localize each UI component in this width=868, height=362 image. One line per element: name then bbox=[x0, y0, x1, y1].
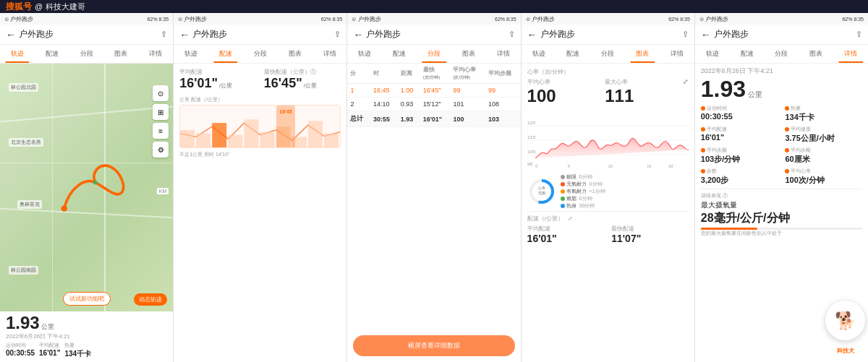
tab-detail-4[interactable]: 详情 bbox=[660, 45, 694, 63]
detail-dist-unit: 公里 bbox=[748, 90, 762, 100]
tab-detail-3[interactable]: 详情 bbox=[486, 45, 521, 63]
tab-seg-1[interactable]: 分段 bbox=[69, 45, 104, 63]
pace-section-hr: 配速（/公里） ⤢ 平均配速 16'01" 最快配速 11'07" bbox=[527, 211, 689, 245]
tab-track-5[interactable]: 轨迹 bbox=[695, 45, 730, 63]
expand-icon[interactable]: ⤢ bbox=[683, 78, 689, 107]
hr-chart: 120 110 100 90 0 5 bbox=[527, 111, 689, 169]
max-hr-stat: 最大心率 111 bbox=[605, 78, 676, 107]
dot-cal bbox=[785, 106, 789, 111]
location-btn[interactable]: ⊙ bbox=[153, 85, 169, 101]
tab-pace-2[interactable]: 配速 bbox=[208, 45, 243, 63]
avg-pace-unit: /公里 bbox=[219, 82, 232, 90]
hr-zone-fat: 燃脂 0分钟 bbox=[561, 195, 605, 202]
share-icon-1[interactable]: ⇪ bbox=[161, 30, 167, 39]
pace-expand-icon[interactable]: ⤢ bbox=[568, 215, 573, 222]
svg-text:110: 110 bbox=[527, 134, 536, 139]
stat-cal-1: 热量 134千卡 bbox=[64, 342, 91, 359]
zone-val-warmup: 30分钟 bbox=[579, 202, 595, 210]
dot-cadence bbox=[701, 148, 705, 152]
detail-hr: 平均心率 100次/分钟 bbox=[785, 168, 862, 186]
new-feature-btn[interactable]: 试试新功能吧 bbox=[63, 292, 111, 306]
settings-btn[interactable]: ⚙ bbox=[153, 142, 169, 158]
status-bar-3: ⊙ 户外跑步 62% 8:35 bbox=[347, 13, 520, 25]
watermark-at: @ bbox=[35, 2, 43, 11]
detail-steps-val: 3,200步 bbox=[701, 175, 778, 186]
back-btn-3[interactable]: ← bbox=[353, 29, 363, 40]
back-btn-5[interactable]: ← bbox=[701, 29, 711, 40]
share-icon-2[interactable]: ⇪ bbox=[334, 30, 341, 39]
tab-detail-2[interactable]: 详情 bbox=[312, 45, 347, 63]
svg-rect-10 bbox=[308, 121, 323, 147]
pace-highlight: 16'45 bbox=[279, 109, 292, 114]
hr-title: 心率（次/分钟） bbox=[527, 68, 689, 76]
dynamic-track-btn[interactable]: 动态轨迹 bbox=[134, 293, 167, 306]
detail-hr-val: 100次/分钟 bbox=[785, 175, 862, 186]
map-label-1: 林公园北园 bbox=[9, 83, 38, 92]
horizontal-btn[interactable]: 横屏查看详细数据 bbox=[353, 335, 514, 356]
tab-seg-4[interactable]: 分段 bbox=[590, 45, 625, 63]
tab-track-3[interactable]: 轨迹 bbox=[347, 45, 382, 63]
watermark-bar: 搜狐号 @ 科技大建哥 bbox=[0, 0, 868, 13]
tab-pace-5[interactable]: 配速 bbox=[730, 45, 765, 63]
dot-steps bbox=[701, 169, 705, 173]
tab-track-1[interactable]: 轨迹 bbox=[0, 45, 35, 63]
panel-segments: ⊙ 户外跑步 62% 8:35 ← 户外跑步 ⇪ 轨迹 配速 分段 图表 详情 … bbox=[347, 13, 521, 362]
tab-pace-1[interactable]: 配速 bbox=[35, 45, 69, 63]
avg-pace-value: 16'01" bbox=[179, 76, 218, 92]
tab-detail-5[interactable]: 详情 bbox=[833, 45, 868, 63]
tab-seg-3[interactable]: 分段 bbox=[417, 45, 451, 63]
dot-hr bbox=[785, 169, 789, 173]
back-btn-1[interactable]: ← bbox=[6, 29, 16, 40]
tab-chart-1[interactable]: 图表 bbox=[104, 45, 139, 63]
share-icon-4[interactable]: ⇪ bbox=[682, 30, 689, 39]
tab-pace-3[interactable]: 配速 bbox=[382, 45, 417, 63]
tab-chart-5[interactable]: 图表 bbox=[799, 45, 833, 63]
tab-track-2[interactable]: 轨迹 bbox=[174, 45, 208, 63]
app-header-3: ← 户外跑步 ⇪ bbox=[347, 25, 520, 45]
tab-seg-2[interactable]: 分段 bbox=[243, 45, 278, 63]
app-header-4: ← 户外跑步 ⇪ bbox=[522, 25, 694, 45]
svg-rect-5 bbox=[229, 134, 243, 147]
pace-note: 不足1公里 用时 14'10" bbox=[179, 151, 341, 158]
status-right-2: 62% 8:35 bbox=[321, 17, 343, 22]
max-pace-stat: 最快配速（公里）① 16'45" /公里 bbox=[264, 68, 341, 92]
pace-chart: 16'45 bbox=[179, 105, 341, 148]
tab-bar-2: 轨迹 配速 分段 图表 详情 bbox=[174, 45, 346, 64]
svg-rect-4 bbox=[212, 123, 226, 147]
back-btn-2[interactable]: ← bbox=[179, 29, 190, 40]
svg-rect-7 bbox=[260, 132, 275, 147]
zone-label-anaerobic: 无氧耐力 bbox=[566, 181, 587, 188]
tab-chart-4[interactable]: 图表 bbox=[625, 45, 660, 63]
hr-zones: 极限 0分钟 无氧耐力 0分钟 有氧耐力 <1分钟 bbox=[561, 173, 605, 210]
svg-text:90: 90 bbox=[527, 161, 533, 166]
map-type-btn[interactable]: ⊞ bbox=[153, 104, 169, 120]
main-content: ⊙ 户外跑步 62% 8:35 ← 户外跑步 ⇪ 轨迹 配速 分段 图表 详情 bbox=[0, 13, 868, 362]
status-bar-2: ⊙ 户外跑步 62% 8:35 bbox=[174, 13, 346, 25]
tab-chart-2[interactable]: 图表 bbox=[278, 45, 312, 63]
detail-speed-val: 3.75公里/小时 bbox=[785, 133, 862, 144]
svg-point-1 bbox=[93, 180, 98, 184]
tab-seg-5[interactable]: 分段 bbox=[765, 45, 799, 63]
share-icon-3[interactable]: ⇪ bbox=[509, 30, 515, 39]
tab-track-4[interactable]: 轨迹 bbox=[522, 45, 556, 63]
svg-rect-6 bbox=[244, 119, 259, 147]
avg-pace-stat: 平均配速 16'01" /公里 bbox=[179, 68, 257, 92]
tab-pace-4[interactable]: 配速 bbox=[556, 45, 590, 63]
tab-detail-1[interactable]: 详情 bbox=[138, 45, 173, 63]
dist-num-1: 1.93 bbox=[6, 314, 40, 332]
back-btn-4[interactable]: ← bbox=[527, 29, 537, 40]
share-icon-5[interactable]: ⇪ bbox=[856, 30, 862, 39]
zone-label-warmup: 热身 bbox=[566, 202, 576, 210]
stat-cal-label-1: 热量 bbox=[64, 342, 91, 349]
stat-cal-value-1: 134千卡 bbox=[64, 349, 91, 359]
detail-avgpace: 平均配速 16'01" bbox=[701, 126, 778, 144]
train-desc: 您的最大摄氧量在同龄性别人中处于 bbox=[701, 230, 862, 236]
pace-max-value: 11'07" bbox=[611, 233, 689, 245]
stat-time-value-1: 00:30:55 bbox=[6, 349, 35, 357]
layers-btn[interactable]: ≡ bbox=[153, 123, 169, 139]
detail-speed: 平均速度 3.75公里/小时 bbox=[785, 126, 862, 144]
svg-rect-3 bbox=[196, 133, 210, 147]
col-dist: 距离 bbox=[398, 64, 420, 84]
zone-label-aerobic: 有氧耐力 bbox=[566, 188, 587, 195]
tab-chart-3[interactable]: 图表 bbox=[451, 45, 486, 63]
